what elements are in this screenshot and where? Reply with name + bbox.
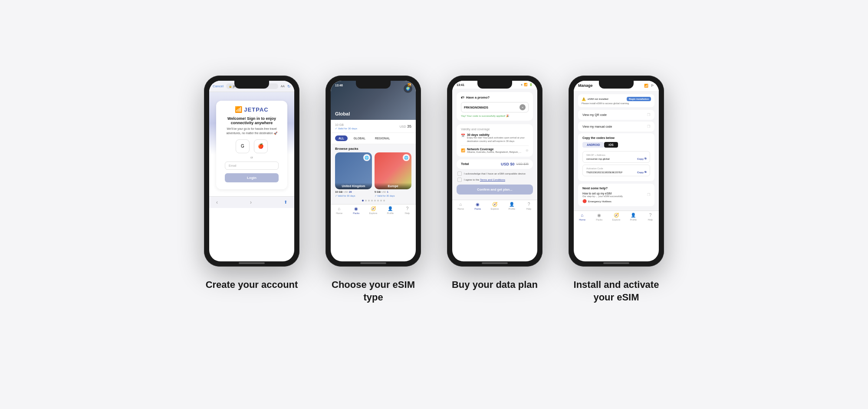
nav-profile-p3[interactable]: 👤 Profile [503, 202, 520, 210]
promo-input-row[interactable]: FRKNGNOMADS × [461, 102, 529, 112]
copy-activation-button[interactable]: Copy ⧉ [637, 171, 646, 174]
p4-content: ⚠️ eSIM not installed Begin installation… [574, 92, 659, 211]
cancel-button[interactable]: Cancel [213, 84, 224, 88]
checkbox-compatible[interactable] [457, 172, 462, 176]
nav-profile[interactable]: 👤 Profile [382, 206, 399, 214]
jetpac-logo: 📶 JETPAC [235, 106, 268, 113]
help-section: Need some help? How to set up my eSIM Ou… [578, 184, 654, 206]
phones-row: Cancel 🔒 jetpac.us.auth0.com AA ↻ 📶 JE [204, 76, 664, 303]
validity-row: 📅 30 days validity Enjoy the ride! Your … [461, 133, 529, 142]
dot-1 [362, 200, 364, 201]
coverage-icon: 📶 [461, 148, 465, 152]
nav-home-p4[interactable]: ⌂ Home [574, 213, 591, 221]
forward-button[interactable]: › [250, 199, 252, 205]
help-icon-p4: ? [649, 213, 652, 218]
manual-code-menu-item[interactable]: View my manual code ❐ [578, 122, 654, 132]
coverage-title: Network Coverage [467, 148, 521, 151]
nav-help-label: Help [405, 212, 410, 214]
plan-gb: 10 GB [335, 122, 357, 127]
logo-icon: 📶 [235, 106, 242, 113]
setup-help-item[interactable]: How to set up my eSIM Our step-by-... yo… [582, 192, 650, 198]
confirm-button[interactable]: Confirm and get plan... [457, 185, 533, 195]
p3-content: 🏷 Have a promo? FRKNGNOMADS × Yay! Your … [452, 89, 537, 199]
phone2: 13:46 📶 Global 🌍 [326, 76, 421, 267]
phone1-caption: Create your account [206, 279, 298, 291]
manage-title: Manage [578, 83, 593, 88]
lock-icon: 🔒 [229, 85, 232, 88]
nav-explore[interactable]: 🧭 Explore [365, 206, 381, 214]
promo-clear-button[interactable]: × [519, 104, 526, 110]
pack-card-europe[interactable]: 🌐 Europe 5 GB USD 1 ✓Valid for 30 days [375, 152, 411, 197]
google-signin-button[interactable]: G [236, 139, 250, 153]
phone3-screen: 13:41 + 📶 🔋 🏷 Have a promo? [452, 81, 537, 261]
reload-icon[interactable]: ↻ [287, 84, 291, 89]
phone3-notch [477, 81, 512, 89]
qr-arrow-icon: ❐ [647, 113, 650, 117]
validity-section-title: Validity and coverage [461, 128, 529, 131]
or-divider: or [250, 156, 253, 159]
tab-all[interactable]: ALL [335, 135, 348, 141]
aa-button[interactable]: AA [281, 85, 285, 88]
share-button[interactable]: ⬆ [284, 200, 287, 204]
terms-link[interactable]: Terms and Conditions [480, 178, 505, 181]
android-tab[interactable]: ANDROID [582, 142, 604, 148]
coverage-expand-icon[interactable]: ⊖ [526, 148, 529, 152]
manual-code-label: View my manual code [582, 125, 612, 128]
nav-packs-p4[interactable]: ◉ Packs [591, 213, 608, 221]
nav-packs-p3[interactable]: ◉ Packs [469, 202, 486, 210]
time-display: 13:46 [335, 84, 343, 87]
os-tabs: ANDROID iOS [582, 142, 650, 148]
dot-4 [371, 200, 373, 201]
pack-card-uk[interactable]: 🌐 United Kingdom 10 GB USD 20 ✓Valid for… [335, 152, 372, 197]
tab-regional[interactable]: REGIONAL [372, 135, 393, 141]
nav-help-label-p4: Help [648, 218, 653, 221]
emergency-hotlines[interactable]: 🔴 Emergency Hotlines [582, 199, 650, 203]
total-price: USD $0 USD $35 [501, 162, 529, 166]
wifi-icon-p4: 📶 [644, 84, 648, 88]
promo-title: 🏷 Have a promo? [461, 96, 529, 99]
plan-price: USD 35 [400, 124, 411, 129]
phone4-notch [599, 81, 634, 89]
email-input[interactable]: Email [225, 162, 279, 170]
apple-signin-button[interactable]: 🍎 [254, 139, 268, 153]
explore-icon: 🧭 [371, 206, 376, 211]
wifi-icon-p3: 📶 [524, 83, 528, 86]
nav-explore-p3[interactable]: 🧭 Explore [486, 202, 503, 210]
home-icon-p4: ⌂ [581, 213, 584, 218]
copy-smdp-button[interactable]: Copy ⧉ [637, 157, 646, 160]
checkboxes: I acknowledge that I have an eSIM compat… [457, 172, 533, 182]
nav-explore-p4[interactable]: 🧭 Explore [608, 213, 625, 221]
checkbox-text-1: I acknowledge that I have an eSIM compat… [464, 172, 526, 175]
ios-tab[interactable]: iOS [604, 142, 618, 148]
nav-home-p3[interactable]: ⌂ Home [452, 202, 469, 210]
nav-help-p3[interactable]: ? Help [520, 202, 537, 210]
checkbox-terms[interactable] [457, 178, 462, 182]
hero-overlay: Global [331, 107, 416, 120]
checkbox-text-2: I agree to the Terms and Conditions [464, 178, 505, 181]
nav-explore-label-p4: Explore [612, 218, 621, 221]
back-button[interactable]: ‹ [216, 199, 218, 205]
codes-section: Copy the codes below ANDROID iOS SM-DP +… [578, 133, 654, 181]
nav-packs[interactable]: ◉ Packs [348, 206, 365, 214]
phone3-home-bar [482, 262, 508, 264]
copy-icon-activation: ⧉ [644, 171, 646, 174]
battery-icon: 🔋 [529, 83, 533, 86]
activation-value: TN20230202313835E9E357EF [586, 171, 623, 174]
profile-icon-p4: 👤 [631, 213, 636, 218]
pack-info-uk: 10 GB USD 20 [335, 189, 372, 195]
nav-profile-p4[interactable]: 👤 Profile [625, 213, 642, 221]
qr-code-menu-item[interactable]: View my QR code ❐ [578, 110, 654, 120]
nav-home[interactable]: ⌂ Home [331, 206, 348, 214]
globe-button[interactable]: 🌍 [404, 84, 412, 93]
begin-installation-button[interactable]: Begin installation [627, 97, 651, 101]
subtitle-text: We'll be your go-to for hassle-free trav… [225, 127, 279, 135]
nav-packs-label: Packs [353, 212, 359, 214]
nav-home-label-p3: Home [457, 208, 464, 210]
nav-help[interactable]: ? Help [399, 206, 416, 214]
dot-8 [383, 200, 385, 201]
smdp-label: SM-DP + Address [586, 154, 646, 156]
nav-help-p4[interactable]: ? Help [642, 213, 659, 221]
tab-global[interactable]: GLOBAL [350, 135, 369, 141]
login-button[interactable]: Login [225, 173, 279, 182]
install-desc: Please install eSIM to access global roa… [582, 102, 651, 105]
